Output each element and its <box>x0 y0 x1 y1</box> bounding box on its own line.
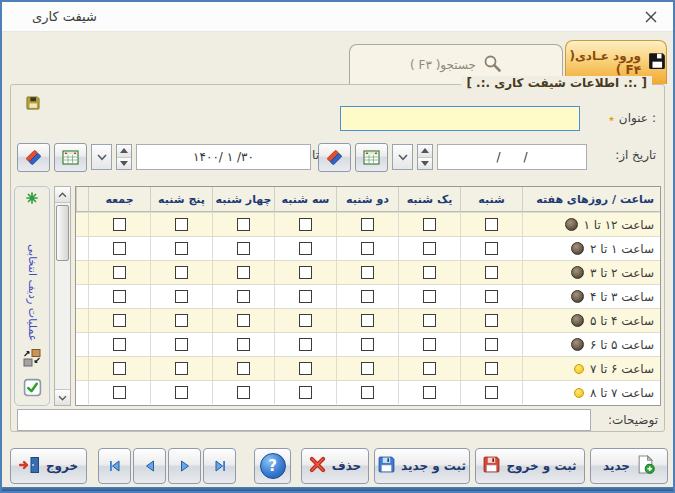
day-checkbox[interactable] <box>299 266 312 279</box>
day-checkbox[interactable] <box>175 242 188 255</box>
day-checkbox[interactable] <box>299 338 312 351</box>
day-checkbox[interactable] <box>361 290 374 303</box>
nav-next-button[interactable] <box>168 448 201 484</box>
table-scrollbar[interactable] <box>54 186 71 406</box>
day-checkbox[interactable] <box>485 218 498 231</box>
search-icon <box>483 54 502 76</box>
day-checkbox[interactable] <box>175 314 188 327</box>
day-checkbox[interactable] <box>113 266 126 279</box>
day-checkbox[interactable] <box>485 314 498 327</box>
row-label-cell: ساعت ۵ تا ۶ <box>522 333 660 356</box>
day-checkbox[interactable] <box>237 242 250 255</box>
day-checkbox[interactable] <box>361 314 374 327</box>
day-checkbox[interactable] <box>113 362 126 375</box>
day-checkbox[interactable] <box>175 386 188 399</box>
day-checkbox[interactable] <box>237 386 250 399</box>
scroll-down-icon[interactable] <box>55 389 70 405</box>
table-row: ساعت ۱۲ تا ۱ <box>76 212 660 236</box>
spinner-up-icon[interactable] <box>418 145 432 158</box>
day-checkbox[interactable] <box>361 218 374 231</box>
day-checkbox[interactable] <box>423 218 436 231</box>
day-checkbox[interactable] <box>361 242 374 255</box>
day-checkbox[interactable] <box>423 338 436 351</box>
exit-button[interactable]: خروج <box>10 448 87 484</box>
day-checkbox[interactable] <box>237 338 250 351</box>
help-button[interactable]: ? <box>254 448 291 484</box>
save-and-new-button[interactable]: ثبت و جدید <box>374 448 470 484</box>
day-checkbox[interactable] <box>113 242 126 255</box>
spinner-up-icon[interactable] <box>117 145 131 158</box>
save-and-exit-button[interactable]: ثبت و خروج <box>475 448 585 484</box>
close-icon[interactable] <box>641 7 661 27</box>
date-to-group: ۱۴۰۰/ ۱ /۳۰ <box>17 143 311 171</box>
date-to-spinner[interactable] <box>116 144 132 170</box>
spinner-down-icon[interactable] <box>418 158 432 170</box>
checked-checkbox-icon[interactable] <box>23 378 42 400</box>
day-checkbox[interactable] <box>113 386 126 399</box>
day-checkbox[interactable] <box>423 242 436 255</box>
day-checkbox[interactable] <box>423 314 436 327</box>
scrollbar-thumb[interactable] <box>56 205 69 261</box>
day-checkbox[interactable] <box>423 386 436 399</box>
day-checkbox[interactable] <box>485 386 498 399</box>
day-checkbox[interactable] <box>361 338 374 351</box>
nav-prev-button[interactable] <box>133 448 166 484</box>
dropdown-icon[interactable] <box>392 144 413 170</box>
table-header-day: یک شنبه <box>398 187 460 211</box>
date-from-spinner[interactable] <box>417 144 433 170</box>
day-checkbox[interactable] <box>361 362 374 375</box>
scroll-up-icon[interactable] <box>55 187 70 203</box>
notes-input[interactable] <box>17 409 591 431</box>
day-checkbox[interactable] <box>175 338 188 351</box>
day-checkbox[interactable] <box>175 266 188 279</box>
nav-first-button[interactable] <box>98 448 131 484</box>
date-to-input[interactable]: ۱۴۰۰/ ۱ /۳۰ <box>136 144 311 170</box>
day-cell <box>274 357 336 380</box>
scrollbar-track[interactable] <box>55 203 70 389</box>
row-label: ساعت ۴ تا ۵ <box>590 314 654 328</box>
day-checkbox[interactable] <box>423 290 436 303</box>
day-checkbox[interactable] <box>113 218 126 231</box>
day-checkbox[interactable] <box>237 290 250 303</box>
day-checkbox[interactable] <box>361 386 374 399</box>
title-input[interactable] <box>340 106 580 131</box>
day-checkbox[interactable] <box>361 266 374 279</box>
day-checkbox[interactable] <box>299 290 312 303</box>
spinner-down-icon[interactable] <box>117 158 131 170</box>
eraser-icon[interactable] <box>318 143 351 172</box>
day-checkbox[interactable] <box>113 290 126 303</box>
day-checkbox[interactable] <box>423 362 436 375</box>
day-checkbox[interactable] <box>237 266 250 279</box>
date-from-input[interactable]: / / <box>437 144 587 170</box>
nav-last-button[interactable] <box>203 448 236 484</box>
day-checkbox[interactable] <box>175 362 188 375</box>
day-checkbox[interactable] <box>485 362 498 375</box>
day-checkbox[interactable] <box>299 242 312 255</box>
day-checkbox[interactable] <box>175 290 188 303</box>
day-checkbox[interactable] <box>423 266 436 279</box>
day-checkbox[interactable] <box>237 314 250 327</box>
calendar-icon[interactable] <box>355 143 388 172</box>
day-checkbox[interactable] <box>113 314 126 327</box>
day-checkbox[interactable] <box>175 218 188 231</box>
day-checkbox[interactable] <box>299 218 312 231</box>
day-checkbox[interactable] <box>485 290 498 303</box>
day-checkbox[interactable] <box>485 242 498 255</box>
day-checkbox[interactable] <box>237 218 250 231</box>
day-checkbox[interactable] <box>237 362 250 375</box>
day-cell <box>150 237 212 260</box>
eraser-icon[interactable] <box>17 143 50 172</box>
row-label-cell: ساعت ۱۲ تا ۱ <box>522 213 660 236</box>
day-checkbox[interactable] <box>485 266 498 279</box>
day-checkbox[interactable] <box>299 314 312 327</box>
day-checkbox[interactable] <box>113 338 126 351</box>
swap-rows-icon[interactable] <box>21 347 43 372</box>
new-button[interactable]: جدید <box>590 448 668 484</box>
dropdown-icon[interactable] <box>91 144 112 170</box>
delete-button[interactable]: حذف <box>301 448 369 484</box>
day-checkbox[interactable] <box>299 362 312 375</box>
day-cell <box>88 261 150 284</box>
calendar-icon[interactable] <box>54 143 87 172</box>
day-checkbox[interactable] <box>299 386 312 399</box>
day-checkbox[interactable] <box>485 338 498 351</box>
